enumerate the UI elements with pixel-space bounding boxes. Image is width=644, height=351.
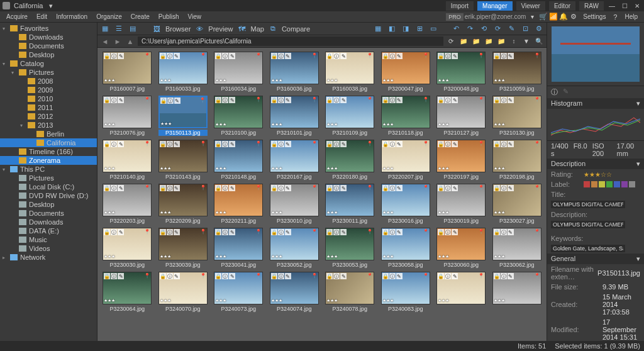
tree-pictures[interactable]: ▾Pictures [0,68,97,77]
settings-link[interactable]: Settings [579,12,609,21]
minimize-icon[interactable]: — [608,3,616,9]
color-labels[interactable] [584,181,635,187]
thumbnail[interactable]: 🔒ⓘ✎ 📍 ★★★ P3200048.jpg [435,52,487,92]
tool-icon[interactable]: ▦ [373,24,383,34]
tree-item[interactable]: 2008 [0,77,97,86]
thumbnail[interactable]: 🔒ⓘ✎ 📍 ★★★ P3220180.jpg [324,140,376,180]
thumbnail[interactable]: 🔒ⓘ✎ 📍 ★★★ P3230011.jpg [324,184,376,224]
tree-item[interactable]: DVD RW Drive (D:) [0,191,97,200]
tree-network[interactable]: ▸Network [0,253,97,262]
thumbnail[interactable]: 🔒ⓘ✎ 📍 ★★★ P3200047.jpg [380,52,432,92]
thumbnail[interactable]: 🔒ⓘ✎ 📍 ★★★ P3240083.jpg [380,272,432,312]
filter-icon[interactable]: ▼ [521,36,531,47]
tool-icon[interactable]: ⚙ [534,24,544,34]
thumbnail[interactable]: 🔒ⓘ✎ 📍 ★★★ P3230016.jpg [380,184,432,224]
thumbnail[interactable]: 🔒ⓘ✎ 📍 ★★★ P3230060.jpg [435,228,487,268]
thumbnail[interactable]: 🔒ⓘ✎ 📍 ★★★ P3210076.jpg [101,96,153,136]
tool-icon[interactable]: ⊡ [520,24,530,34]
thumbnail[interactable]: 🔒ⓘ✎ 📍 ★★★ P3210140.jpg [101,140,153,180]
user-dropdown-icon[interactable]: ▾ [527,12,538,21]
submenu-map[interactable]: Map [250,25,264,33]
menu-organize[interactable]: Organize [92,12,126,21]
cart-icon[interactable]: 🛒 [539,13,548,21]
tool-icon[interactable]: ▭ [428,24,438,34]
tree-timeline[interactable]: Timeline (166) [0,147,97,156]
submenu-compare[interactable]: Compare [282,25,310,33]
thumbnail[interactable]: 🔒ⓘ✎ 📍 ★★★ P3230062.jpg [491,228,543,268]
thumbnail[interactable]: 🔒ⓘ✎ 📍 ★★★ P3160034.jpg [213,52,265,92]
tree-item[interactable]: 2012 [0,112,97,121]
thumbnail[interactable]: 🔒ⓘ✎ 📍 ★★★ P3210101.jpg [269,96,321,136]
tree-item[interactable]: 2009 [0,86,97,94]
thumbnail[interactable]: 🔒ⓘ✎ 📍 ★★★ P3230052.jpg [269,228,321,268]
menu-create[interactable]: Create [127,12,153,21]
tree-item[interactable]: Downloads [0,33,97,42]
thumbnail[interactable]: 🔒ⓘ✎ 📍 ★★★ P3230027.jpg [491,184,543,224]
thumbnail[interactable]: 🔒ⓘ✎ 📍 ★★★ P3240073.jpg [213,272,265,312]
tool-icon[interactable]: ✎ [506,24,516,34]
thumbnail[interactable]: 🔒ⓘ✎ 📍 ★★★ P3230053.jpg [324,228,376,268]
tree-item[interactable]: Local Disk (C:) [0,182,97,191]
thumbnail[interactable]: 🔒ⓘ✎ 📍 ★★★ P3220211.jpg [213,184,265,224]
tree-item[interactable]: 2011 [0,103,97,112]
thumbnail[interactable]: 🔒ⓘ✎ 📍 ★★★ P3230030.jpg [101,228,153,268]
folder-action-icon[interactable]: 📁 [458,36,469,47]
thumbnail[interactable]: 🔒ⓘ✎ 📍 ★★★ P3230019.jpg [435,184,487,224]
refresh-icon[interactable]: ⟳ [446,36,456,47]
tree-item[interactable]: Desktop [0,50,97,59]
thumbnail[interactable]: 🔒ⓘ✎ 📍 ★★★ P3150113.jpg [157,96,209,136]
submenu-preview[interactable]: Preview [208,25,233,33]
description-header[interactable]: Description▾ [547,159,644,169]
rotate-left-icon[interactable]: ⟲ [479,24,489,34]
info-tab-icon[interactable]: ⓘ [551,87,558,97]
thumbnail[interactable]: 🔒ⓘ✎ 📍 ★★★ P3210109.jpg [324,96,376,136]
view-list-icon[interactable]: ☰ [114,24,124,34]
tool-icon[interactable]: ⊞ [414,24,425,34]
tree-favorites[interactable]: ▾Favorites [0,24,97,33]
rotate-right-icon[interactable]: ⟳ [492,24,502,34]
tab-raw[interactable]: RAW [579,1,604,11]
redo-icon[interactable]: ↷ [465,24,475,34]
menu-information[interactable]: Information [52,12,91,21]
thumbnail[interactable]: 🔒ⓘ✎ 📍 ★★★ P3230010.jpg [269,184,321,224]
thumbnail[interactable]: 🔒ⓘ✎ 📍 ★★★ P3210118.jpg [380,96,432,136]
thumbnail[interactable]: 🔒ⓘ✎ 📍 ★★★ P3220167.jpg [269,140,321,180]
nav-back-icon[interactable]: ◄ [100,36,110,47]
thumbnail[interactable]: 🔒ⓘ✎ 📍 ★★★ [435,272,487,312]
folder-tree[interactable]: ▾Favorites DownloadsDocumentsDesktop ▾Ca… [0,23,97,341]
thumbnail[interactable]: 🔒ⓘ✎ 📍 ★★★ P3160007.jpg [101,52,153,92]
nav-forward-icon[interactable]: ► [113,36,123,47]
thumbnail[interactable]: 🔒ⓘ✎ 📍 ★★★ P3160033.jpg [157,52,209,92]
maximize-icon[interactable]: ☐ [620,3,629,9]
view-details-icon[interactable]: ▤ [128,24,138,34]
submenu-browser[interactable]: Browser [165,25,191,33]
tree-item[interactable]: 2010 [0,94,97,103]
tree-item[interactable]: DATA (E:) [0,226,97,235]
thumbnail-grid[interactable]: 🔒ⓘ✎ 📍 ★★★ P3160007.jpg 🔒ⓘ✎ 📍 ★★★ P316003… [97,48,547,341]
rating-stars[interactable]: ★★★☆☆ [584,171,612,178]
bell-icon[interactable]: 🔔 [559,13,568,21]
menu-acquire[interactable]: Acquire [3,12,31,21]
keywords-input[interactable] [551,245,625,252]
thumbnail[interactable]: 🔒ⓘ✎ 📍 ★★★ P3160038.jpg [324,52,376,92]
close-icon[interactable]: ✕ [633,3,641,9]
sort-icon[interactable]: ↕ [509,36,519,47]
tree-item[interactable]: Downloads [0,218,97,226]
thumbnail[interactable]: 🔒ⓘ✎ 📍 ★★★ P3230058.jpg [380,228,432,268]
menu-edit[interactable]: Edit [33,12,51,21]
thumbnail[interactable]: 🔒ⓘ✎ 📍 ★★★ P3210130.jpg [491,96,543,136]
general-header[interactable]: General▾ [547,254,644,264]
preview-icon[interactable]: 👁 [194,24,204,34]
menu-view[interactable]: View [184,12,206,21]
description-input[interactable] [551,221,625,228]
tree-catalog[interactable]: ▾Catalog [0,59,97,68]
thumbnail[interactable]: 🔒ⓘ✎ 📍 ★★★ P3210143.jpg [157,140,209,180]
thumbnail[interactable]: 🔒ⓘ✎ 📍 ★★★ P3240078.jpg [324,272,376,312]
thumbnail[interactable]: 🔒ⓘ✎ 📍 ★★★ [491,272,543,312]
tab-viewer[interactable]: Viewer [516,1,545,11]
rss-icon[interactable]: 📶 [549,13,558,21]
thumbnail[interactable]: 🔒ⓘ✎ 📍 ★★★ P3240070.jpg [157,272,209,312]
thumbnail[interactable]: 🔒ⓘ✎ 📍 ★★★ P3210059.jpg [491,52,543,92]
user-email[interactable]: erik.piper@zoner.com [465,13,526,20]
tree-item[interactable]: Desktop [0,200,97,209]
